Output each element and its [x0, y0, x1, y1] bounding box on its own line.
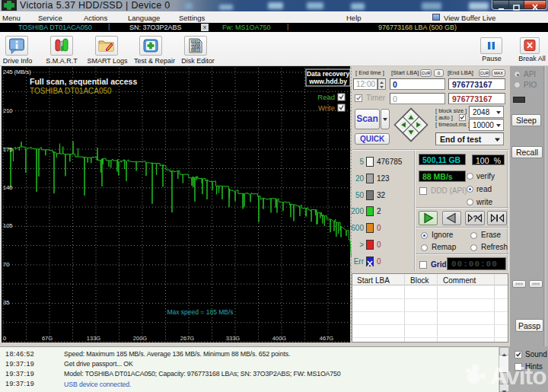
svg-text:105: 105: [3, 222, 13, 229]
svg-text:70: 70: [3, 261, 9, 268]
svg-text:00010: 00010: [191, 49, 201, 53]
svg-text:140: 140: [3, 184, 13, 191]
svg-text:TOSHIBA DT01ACA050: TOSHIBA DT01ACA050: [30, 87, 112, 95]
svg-text:245 (MB/s): 245 (MB/s): [3, 69, 31, 75]
svg-text:267G: 267G: [180, 335, 195, 342]
svg-text:Avito: Avito: [490, 362, 546, 390]
svg-text:67G: 67G: [42, 335, 53, 342]
svg-text:Max speed = 185 MB/s: Max speed = 185 MB/s: [167, 308, 233, 316]
svg-text:35: 35: [3, 299, 9, 306]
svg-text:333G: 333G: [226, 335, 241, 342]
svg-text:Read: Read: [317, 93, 335, 101]
svg-text:210: 210: [3, 107, 13, 114]
svg-text:?: ?: [473, 215, 478, 223]
svg-text:Write: Write: [318, 104, 335, 112]
svg-text:Full scan, sequential access: Full scan, sequential access: [30, 77, 137, 86]
svg-text:175: 175: [3, 146, 13, 153]
svg-text:467G: 467G: [320, 335, 334, 342]
svg-text:200G: 200G: [133, 335, 148, 342]
svg-text:133G: 133G: [87, 335, 101, 342]
svg-text:0: 0: [3, 335, 6, 342]
svg-text:400G: 400G: [272, 335, 287, 342]
svg-text:www.hdd.by: www.hdd.by: [308, 78, 347, 85]
svg-text:Data recovery: Data recovery: [307, 70, 350, 78]
